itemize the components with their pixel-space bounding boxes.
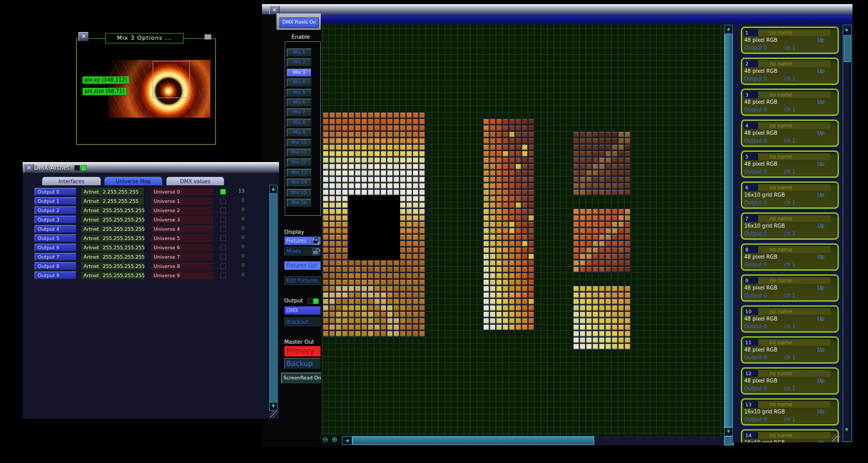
output-button[interactable]: Output 5: [35, 234, 76, 242]
resize-grip[interactable]: [832, 435, 840, 442]
scroll-down-icon[interactable]: ▼: [724, 427, 733, 436]
fixture-card-2[interactable]: 2no name48 pixel RGBUpOutput 0ch 1: [741, 58, 839, 85]
scroll-down-icon[interactable]: ▼: [843, 426, 850, 434]
screenread-on-button[interactable]: ScreenRead On: [281, 373, 323, 384]
fixture-channel[interactable]: ch 1: [784, 293, 795, 298]
artnet-address-field[interactable]: Artnet255.255.255.255: [81, 272, 144, 279]
mix-button-8[interactable]: Mix 8: [287, 119, 312, 127]
artnet-address-field[interactable]: Artnet255.255.255.255: [81, 262, 144, 270]
fixture-card-12[interactable]: 12no name48 pixel RGBUpOutput 0ch 1: [741, 368, 839, 394]
fixture-direction[interactable]: Up: [817, 68, 825, 74]
artnet-address-field[interactable]: Artnet255.255.255.255: [81, 244, 144, 251]
zoom-out-icon[interactable]: ⊖: [322, 435, 331, 443]
fixture-channel[interactable]: ch 1: [784, 386, 795, 391]
fixture-direction[interactable]: Up: [817, 161, 825, 167]
fixture-card-3[interactable]: 3no name48 pixel RGBUpOutput 0ch 1: [741, 89, 839, 116]
pin-icon[interactable]: [204, 34, 211, 40]
lock-icon[interactable]: [312, 237, 320, 245]
tab-dmx-values[interactable]: DMX values: [166, 177, 224, 185]
fixtures-scroll-thumb[interactable]: [844, 35, 851, 62]
mix-button-14[interactable]: Mix 14: [287, 179, 312, 187]
fixture-channel[interactable]: ch 1: [784, 76, 795, 82]
zoom-in-icon[interactable]: ⊕: [332, 435, 340, 443]
fixture-card-1[interactable]: 1no name48 pixel RGBUpOutput 0ch 1: [741, 27, 839, 54]
dmx-pixels-on-button[interactable]: DMX Pixels On: [280, 18, 319, 28]
fixture-direction[interactable]: Up: [817, 37, 825, 43]
universe-field[interactable]: Universe 9: [151, 272, 213, 279]
universe-field[interactable]: Universe 6: [151, 244, 213, 251]
output-button[interactable]: Output 3: [35, 216, 76, 223]
universe-field[interactable]: Universe 5: [151, 234, 213, 242]
fixture-output[interactable]: Output 0: [744, 231, 767, 236]
output-button[interactable]: Output 0: [35, 188, 76, 196]
fixture-output[interactable]: Output 0: [744, 45, 767, 51]
artnet-address-field[interactable]: Artnet2.255.255.255: [81, 188, 144, 196]
universe-field[interactable]: Universe 1: [151, 197, 213, 205]
mix-button-1[interactable]: Mix 1: [287, 49, 312, 57]
horizontal-scroll-track[interactable]: [594, 437, 724, 445]
fixture-name[interactable]: no name: [758, 60, 830, 67]
fixture-channel[interactable]: ch 1: [784, 200, 795, 205]
output-button[interactable]: Output 9: [35, 272, 76, 279]
mix-button-11[interactable]: Mix 11: [287, 149, 312, 157]
fixture-card-14[interactable]: 14no name16x10 grid RGBUpOutput 0ch 1: [741, 429, 839, 442]
artnet-address-field[interactable]: Artnet255.255.255.255: [81, 216, 144, 223]
fixture-channel[interactable]: ch 1: [784, 107, 795, 113]
display-fixtures-button[interactable]: Fixtures: [284, 236, 321, 245]
tab-interfaces[interactable]: Interfaces: [42, 177, 101, 185]
fixture-channel[interactable]: ch 1: [784, 262, 795, 267]
mix-button-3[interactable]: Mix 3: [287, 69, 312, 77]
fixture-name[interactable]: no name: [758, 277, 830, 284]
fixture-output[interactable]: Output 0: [744, 107, 767, 113]
lock-open-icon[interactable]: [312, 248, 320, 256]
fixture-card-7[interactable]: 7no name16x10 grid RGBUpOutput 0ch 1: [741, 213, 839, 240]
mix-button-6[interactable]: Mix 6: [287, 99, 312, 107]
mix-button-9[interactable]: Mix 9: [287, 129, 312, 137]
universe-field[interactable]: Universe 8: [151, 262, 213, 270]
fixture-direction[interactable]: Up: [817, 316, 825, 322]
output-button[interactable]: Output 7: [35, 253, 76, 261]
scroll-up-icon[interactable]: ▲: [843, 26, 850, 34]
fixture-card-8[interactable]: 8no name48 pixel RGBUpOutput 0ch 1: [741, 244, 839, 270]
mix-button-16[interactable]: Mix 16: [287, 199, 312, 207]
fixture-name[interactable]: no name: [758, 215, 830, 222]
pixel-map-canvas[interactable]: [321, 24, 724, 436]
primary-button[interactable]: Primary: [284, 346, 321, 357]
fixture-output[interactable]: Output 0: [744, 138, 767, 143]
fixture-card-10[interactable]: 10no name48 pixel RGBUpOutput 0ch 1: [741, 306, 839, 332]
fixture-direction[interactable]: Up: [817, 285, 825, 291]
mix-button-10[interactable]: Mix 10: [287, 139, 312, 147]
mix-button-13[interactable]: Mix 13: [287, 169, 312, 177]
mix-button-15[interactable]: Mix 15: [287, 189, 312, 197]
output-button[interactable]: Output 4: [35, 225, 76, 233]
universe-field[interactable]: Universe 3: [151, 216, 213, 223]
vertical-scroll-thumb[interactable]: [724, 34, 733, 427]
fixture-card-5[interactable]: 5no name48 pixel RGBUpOutput 0ch 1: [741, 151, 839, 178]
fixture-direction[interactable]: Up: [817, 99, 825, 105]
artnet-address-field[interactable]: Artnet2.255.255.255: [81, 197, 144, 205]
fixture-card-11[interactable]: 11no name48 pixel RGBUpOutput 0ch 1: [741, 337, 839, 363]
fixture-output[interactable]: Output 0: [744, 262, 767, 267]
fixture-direction[interactable]: Up: [817, 440, 825, 442]
fixture-name[interactable]: no name: [758, 91, 830, 98]
mix-button-5[interactable]: Mix 5: [287, 89, 312, 97]
fixture-direction[interactable]: Up: [817, 347, 825, 353]
tab-universe-map[interactable]: Universe Map: [104, 177, 162, 185]
main-titlebar[interactable]: ✕: [262, 4, 853, 15]
fixture-channel[interactable]: ch 1: [784, 45, 795, 51]
fixture-direction[interactable]: Up: [817, 378, 825, 384]
fixture-direction[interactable]: Up: [817, 223, 825, 229]
output-button[interactable]: Output 2: [35, 206, 76, 214]
fixture-channel[interactable]: ch 1: [784, 324, 795, 329]
fixture-card-13[interactable]: 13no name16x10 grid RGBUpOutput 0ch 1: [741, 398, 839, 425]
fixture-output[interactable]: Output 0: [744, 324, 767, 329]
fixture-direction[interactable]: Up: [817, 254, 825, 260]
fixtures-scrollbar[interactable]: ▲ ▼: [843, 25, 852, 442]
fixture-card-4[interactable]: 4no name48 pixel RGBUpOutput 0ch 1: [741, 120, 839, 147]
fixtures-list-button[interactable]: Fixtures List: [284, 261, 321, 270]
fixture-name[interactable]: no name: [758, 401, 830, 408]
edit-fixtures-button[interactable]: Edit Fixtures: [284, 276, 321, 285]
universe-field[interactable]: Universe 2: [151, 206, 213, 214]
fixture-output[interactable]: Output 0: [744, 293, 767, 298]
fixture-channel[interactable]: ch 1: [784, 138, 795, 143]
